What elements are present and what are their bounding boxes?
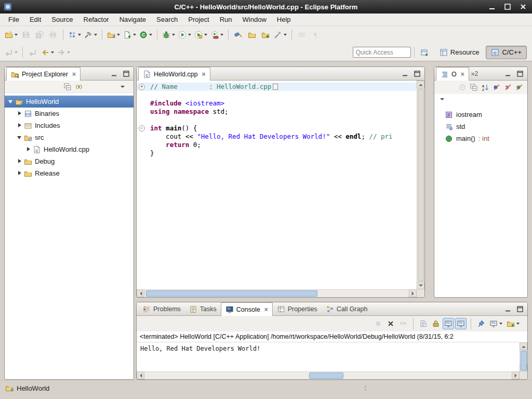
maximize-view-icon[interactable] xyxy=(122,70,130,78)
scroll-right-icon[interactable] xyxy=(512,371,520,379)
profile-dropdown-icon[interactable] xyxy=(204,34,207,36)
scroll-down-icon[interactable] xyxy=(417,282,424,289)
new-class-button[interactable]: C xyxy=(138,28,154,42)
code-line[interactable] xyxy=(137,91,417,99)
menu-item-file[interactable]: File xyxy=(3,14,24,25)
collapse-all-button[interactable] xyxy=(62,81,73,92)
code-editor[interactable]: +// Name : HelloWorld.cpp#include <iostr… xyxy=(137,81,417,289)
profile-button[interactable] xyxy=(193,28,209,42)
expand-arrow-icon[interactable] xyxy=(25,147,31,152)
save-console-output-button[interactable] xyxy=(418,318,429,329)
code-line[interactable]: return 0; xyxy=(137,141,417,149)
console-horizontal-scrollbar[interactable] xyxy=(137,371,520,379)
remove-launch-button[interactable] xyxy=(385,318,396,329)
tab-tasks[interactable]: Tasks xyxy=(185,302,221,315)
tree-item-release[interactable]: Release xyxy=(5,167,134,179)
new-folder-button[interactable] xyxy=(259,28,272,42)
maximize-window-button[interactable] xyxy=(503,2,512,11)
search-button[interactable] xyxy=(232,28,245,42)
menu-item-run[interactable]: Run xyxy=(215,14,237,25)
editor-vertical-scrollbar[interactable] xyxy=(417,81,424,289)
scroll-lock-button[interactable] xyxy=(430,318,442,329)
scrollbar-thumb[interactable] xyxy=(309,373,343,379)
annotate-button[interactable] xyxy=(272,28,288,42)
collapsed-region-icon[interactable] xyxy=(273,84,278,90)
tree-item-src[interactable]: src xyxy=(5,131,134,143)
close-tab-icon[interactable]: × xyxy=(461,71,464,78)
hide-fields-button[interactable] xyxy=(491,82,502,93)
external-tools-dropdown-icon[interactable] xyxy=(220,34,223,36)
tree-item-helloworld-cpp[interactable]: CHelloWorld.cpp xyxy=(5,143,134,155)
debug-button[interactable] xyxy=(161,28,177,42)
hide-static-button[interactable]: S xyxy=(502,82,514,93)
open-console-button[interactable] xyxy=(505,318,521,329)
code-line[interactable]: #include <iostream> xyxy=(137,99,417,108)
tab-helloworld-cpp[interactable]: C HelloWorld.cpp × xyxy=(138,67,210,81)
collapse-arrow-icon[interactable] xyxy=(8,99,14,104)
menu-item-help[interactable]: Help xyxy=(272,14,296,25)
menu-item-edit[interactable]: Edit xyxy=(24,14,46,25)
link-with-editor-button[interactable] xyxy=(73,81,85,92)
outline-item-std[interactable]: std xyxy=(434,121,527,132)
maximize-view-icon[interactable] xyxy=(413,70,421,78)
scroll-up-icon[interactable] xyxy=(417,81,424,88)
scroll-left-icon[interactable] xyxy=(137,371,144,379)
perspective-resource-button[interactable]: Resource xyxy=(434,46,485,59)
console-vertical-scrollbar[interactable] xyxy=(520,342,527,371)
sash-handle[interactable] xyxy=(365,386,367,391)
perspective-c-c-button[interactable]: CC/C++ xyxy=(486,46,527,59)
pin-console-button[interactable] xyxy=(475,318,487,329)
sort-button[interactable]: az xyxy=(480,82,491,93)
tab-call-graph[interactable]: Call Graph xyxy=(322,302,372,315)
debug-dropdown-icon[interactable] xyxy=(172,34,175,36)
quick-access-input[interactable] xyxy=(353,47,411,58)
external-tools-button[interactable] xyxy=(209,28,225,42)
editor-horizontal-scrollbar[interactable] xyxy=(137,289,417,297)
code-line[interactable]: } xyxy=(137,149,417,157)
open-resource-button[interactable] xyxy=(245,28,259,42)
expand-arrow-icon[interactable] xyxy=(17,170,22,176)
expand-arrow-icon[interactable] xyxy=(17,123,22,128)
code-line[interactable]: cout << "Hello, Red Hat Developers World… xyxy=(137,132,417,141)
run-button[interactable] xyxy=(177,28,193,42)
scroll-right-icon[interactable] xyxy=(409,289,417,297)
back-button[interactable] xyxy=(39,46,56,59)
menu-item-source[interactable]: Source xyxy=(46,14,78,25)
close-tab-icon[interactable]: × xyxy=(264,306,268,313)
menu-item-refactor[interactable]: Refactor xyxy=(78,14,114,25)
open-perspective-button[interactable] xyxy=(418,46,431,59)
tab-console[interactable]: Console× xyxy=(221,302,273,316)
show-stdout-toggle-button[interactable] xyxy=(443,318,454,329)
minimize-window-button[interactable] xyxy=(487,2,497,11)
scrollbar-thumb[interactable] xyxy=(521,351,527,370)
show-stderr-toggle-button[interactable] xyxy=(455,318,467,329)
scroll-left-icon[interactable] xyxy=(137,289,144,297)
display-selected-console-dropdown-icon[interactable] xyxy=(499,323,502,325)
outline-item-iostream[interactable]: iostream xyxy=(434,109,527,121)
fold-minus-icon[interactable]: − xyxy=(139,125,145,131)
new-dropdown-icon[interactable] xyxy=(15,34,18,36)
close-window-button[interactable] xyxy=(518,2,528,11)
view-overflow-indicator[interactable]: »2 xyxy=(471,70,478,77)
tab-outline[interactable]: O × xyxy=(436,67,469,81)
run-dropdown-icon[interactable] xyxy=(188,34,191,36)
new-cpp-project-button[interactable]: C xyxy=(105,28,122,42)
tree-item-includes[interactable]: Includes xyxy=(5,119,134,131)
maximize-view-icon[interactable] xyxy=(516,70,524,78)
minimize-view-icon[interactable] xyxy=(504,305,512,313)
open-task-button[interactable] xyxy=(66,28,83,42)
outline-item-main[interactable]: main() : int xyxy=(434,132,527,144)
build-all-button[interactable] xyxy=(83,28,99,42)
new-button[interactable] xyxy=(3,28,19,42)
view-menu-button[interactable] xyxy=(117,81,128,92)
code-line[interactable]: using namespace std; xyxy=(137,108,417,116)
close-tab-icon[interactable]: × xyxy=(72,71,76,78)
scroll-up-icon[interactable] xyxy=(520,342,527,350)
tree-item-helloworld[interactable]: CHelloWorld xyxy=(5,96,134,108)
view-menu-button[interactable] xyxy=(436,94,448,105)
tab-properties[interactable]: Properties xyxy=(273,302,322,315)
scrollbar-thumb[interactable] xyxy=(418,89,424,281)
code-line[interactable]: −int main() { xyxy=(137,124,417,132)
tree-item-binaries[interactable]: 010Binaries xyxy=(5,108,134,119)
menu-item-project[interactable]: Project xyxy=(183,14,214,25)
